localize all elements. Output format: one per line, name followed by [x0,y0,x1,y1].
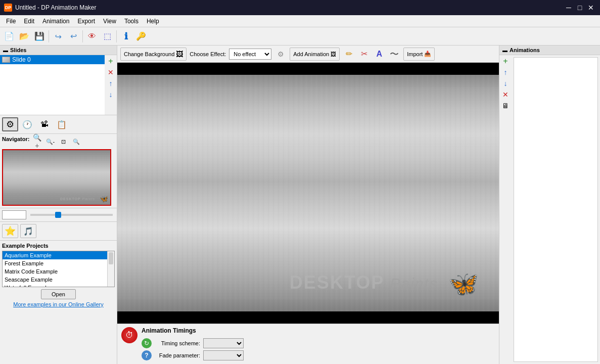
fade-param-icon: ? [142,350,152,360]
undo-button[interactable]: ↩ [51,29,65,43]
titlebar: DP Untitled - DP Animation Maker ─ □ ✕ [0,0,600,15]
canvas-toolbar: Change Background 🖼 Choose Effect: No ef… [117,46,499,63]
zoom-in-btn[interactable]: 🔍+ [31,136,42,147]
animations-label: Animations [510,47,540,53]
slide-label-0: Slide 0 [12,56,31,63]
navigator-thumbnail[interactable]: DESKTOP Paints 🦋 [2,149,111,206]
draw-tool-btn[interactable]: ✏ [343,48,355,60]
open-button[interactable]: 📂 [17,29,31,43]
slide-down-btn[interactable]: ↓ [106,89,116,100]
bottom-tabs: ⭐ 🎵 [0,221,117,241]
info-button[interactable]: ℹ [119,29,133,43]
add-slide-btn[interactable]: + [106,56,116,66]
navigator-section: Navigator: 🔍+ 🔍- ⊡ 🔍 DESKTOP Paints 🦋 [0,134,117,208]
slides-collapse-icon[interactable]: ▬ [3,48,8,53]
preview-button[interactable]: 👁 [85,29,99,43]
maximize-btn[interactable]: □ [575,3,585,13]
menu-view[interactable]: View [99,17,120,26]
timing-scheme-icon: ↻ [142,338,152,348]
choose-effect-label: Choose Effect: [190,51,226,57]
canvas-area[interactable]: DESKTOP Paints 🦋 [117,63,499,324]
add-img-icon: 🖼 [331,51,336,57]
example-item-0[interactable]: Aquarium Example [3,251,107,259]
example-item-4[interactable]: Waterfall Example [3,284,107,287]
menu-help[interactable]: Help [143,17,163,26]
main-layout: ▬ Slides Slide 0 + ✕ ↑ ↓ ⚙ [0,46,600,364]
slides-section: ▬ Slides Slide 0 + ✕ ↑ ↓ [0,46,117,115]
timing-scheme-select[interactable] [203,338,244,348]
sep3 [116,30,117,42]
menu-edit[interactable]: Edit [20,17,38,26]
slides-label: Slides [10,47,26,53]
gallery-link[interactable]: More examples in our Online Gallery [3,301,114,307]
slide-up-btn[interactable]: ↑ [106,78,116,88]
wave-tool-btn[interactable]: 〜 [388,48,400,60]
example-item-2[interactable]: Matrix Code Example [3,267,107,276]
fade-param-select[interactable] [203,350,244,360]
remove-slide-btn[interactable]: ✕ [106,67,116,77]
slides-content: Slide 0 + ✕ ↑ ↓ [0,55,117,115]
slide-thumbnail-0 [2,57,10,63]
text-tool-btn[interactable]: A [373,48,385,60]
favorites-tab[interactable]: ⭐ [2,224,18,238]
sep1 [49,30,49,42]
import-btn[interactable]: Import 📥 [403,48,435,61]
effect-settings-btn[interactable]: ⚙ [274,48,287,60]
example-item-3[interactable]: Seascape Example [3,276,107,284]
zoom-thumb[interactable] [55,212,61,218]
center-panel: Change Background 🖼 Choose Effect: No ef… [117,46,499,364]
slides-header: ▬ Slides [0,46,117,55]
timing-icon: ⏱ [121,327,137,343]
slides-list: Slide 0 [0,55,105,115]
redo-button[interactable]: ↩ [66,29,80,43]
anim-up-btn[interactable]: ↑ [500,67,511,77]
zoom-out-btn[interactable]: 🔍- [44,136,56,147]
example-item-1[interactable]: Forest Example [3,259,107,267]
music-tab[interactable]: 🎵 [20,224,36,238]
right-panel: ▬ Animations + ↑ ↓ ✕ 🖥 [499,46,600,364]
slide-item-0[interactable]: Slide 0 [0,55,105,64]
add-animation-btn[interactable]: Add Animation 🖼 [290,48,340,61]
menu-file[interactable]: File [2,17,20,26]
animations-content: + ↑ ↓ ✕ 🖥 [499,55,600,364]
animations-list [514,57,598,362]
zoom-actual-btn[interactable]: 🔍 [71,136,82,147]
zoom-input[interactable]: 47.8% [2,210,26,219]
slide-tool-clone[interactable]: 📋 [54,117,70,131]
menu-animation[interactable]: Animation [38,17,73,26]
left-panel: ▬ Slides Slide 0 + ✕ ↑ ↓ ⚙ [0,46,117,364]
close-btn[interactable]: ✕ [586,3,596,13]
slide-tool-video[interactable]: 📽 [36,117,53,131]
zoom-fit-btn[interactable]: ⊡ [58,136,69,147]
minimize-btn[interactable]: ─ [564,3,574,13]
remove-animation-btn[interactable]: ✕ [500,89,511,100]
zoom-slider[interactable] [30,214,113,216]
navigator-label: Navigator: [2,136,29,145]
anim-down-btn[interactable]: ↓ [500,78,511,88]
scrollbar-thumb[interactable] [109,252,113,264]
timing-icon-symbol: ⏱ [125,331,133,340]
change-bg-btn[interactable]: Change Background 🖼 [120,48,187,61]
key-button[interactable]: 🔑 [134,29,148,43]
menu-tools[interactable]: Tools [120,17,143,26]
slide-tool-timing[interactable]: 🕐 [19,117,35,131]
logo-italic: Paints [390,275,438,292]
fade-param-row: ? Fade parameter: [142,350,495,360]
menu-export[interactable]: Export [73,17,99,26]
animations-actions: + ↑ ↓ ✕ 🖥 [499,55,512,364]
fade-param-label: Fade parameter: [155,352,200,358]
effect-select[interactable]: No effect Fade In Fade Out Slide Left Sl… [229,49,271,60]
open-button[interactable]: Open [41,289,76,299]
main-toolbar: 📄 📂 💾 ↩ ↩ 👁 ⬚ ℹ 🔑 [0,27,600,46]
titlebar-controls: ─ □ ✕ [564,3,596,13]
export-button[interactable]: ⬚ [100,29,114,43]
new-button[interactable]: 📄 [2,29,16,43]
animations-collapse-icon[interactable]: ▬ [502,48,507,53]
anim-settings-btn[interactable]: 🖥 [500,101,511,111]
nav-butterfly-icon: 🦋 [100,195,108,203]
slide-tool-properties[interactable]: ⚙ [2,117,18,131]
examples-scrollbar[interactable] [107,251,114,287]
save-button[interactable]: 💾 [32,29,47,43]
scissors-tool-btn[interactable]: ✂ [358,48,370,60]
add-animation-action-btn[interactable]: + [500,56,511,66]
